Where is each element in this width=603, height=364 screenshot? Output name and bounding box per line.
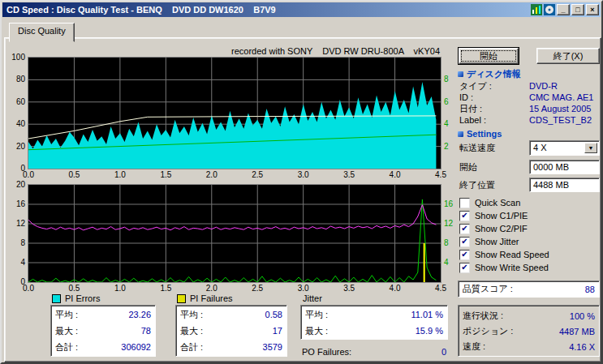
settings-title: Settings bbox=[467, 129, 502, 139]
data-row: 平均 :23.26 bbox=[55, 306, 151, 323]
tick-label: 16 bbox=[444, 200, 453, 208]
tick-label: 2.5 bbox=[248, 171, 266, 179]
end-position-row: 終了位置 4488 MB bbox=[459, 178, 600, 192]
row-label: 合計 : bbox=[55, 341, 78, 353]
row-value: 4487 MB bbox=[559, 327, 595, 336]
data-row: 最大 :78 bbox=[55, 323, 151, 339]
tick-label: 1.0 bbox=[111, 285, 129, 293]
tick-label: 2.0 bbox=[203, 171, 221, 179]
tick-label: 40 bbox=[8, 120, 25, 128]
disc-icon[interactable] bbox=[544, 4, 555, 15]
tick-label: 3.0 bbox=[295, 285, 312, 293]
checkbox-quick-scan[interactable]: Quick Scan bbox=[459, 196, 549, 209]
row-label: 最大 : bbox=[305, 325, 328, 337]
po-failures-value: 0 bbox=[441, 347, 446, 357]
tick-label: 80 bbox=[8, 75, 25, 84]
exit-button[interactable]: 終了(X) bbox=[536, 48, 600, 64]
pi-errors-chart-svg bbox=[28, 58, 441, 169]
pi-failures-color-swatch bbox=[177, 294, 186, 303]
maximize-button[interactable]: □ bbox=[571, 4, 584, 15]
tick-label: 4.5 bbox=[432, 171, 450, 179]
po-failures-row: PO Failures: 0 bbox=[302, 347, 446, 357]
jitter-header: Jitter bbox=[303, 293, 322, 303]
series-pi_failures bbox=[28, 199, 436, 282]
checkbox-show-jitter[interactable]: ✔Show Jitter bbox=[459, 235, 549, 248]
checkbox-label: Show Read Speed bbox=[475, 250, 549, 259]
window-title: CD Speed : Disc Quality Test - BENQ DVD … bbox=[6, 5, 276, 15]
row-value: DVD-R bbox=[529, 81, 558, 91]
checkbox-show-c2-pif[interactable]: ✔Show C2/PIF bbox=[459, 222, 549, 235]
checkbox-show-write-speed[interactable]: ✔Show Write Speed bbox=[459, 261, 549, 274]
checkbox-box[interactable]: ✔ bbox=[459, 211, 470, 221]
data-row: 進行状況 :100 % bbox=[463, 308, 595, 323]
pi-failures-jitter-chart-svg bbox=[28, 185, 441, 282]
checkbox-box[interactable]: ✔ bbox=[459, 250, 470, 260]
tick-label: 8 bbox=[444, 75, 449, 84]
data-row: 平均 :0.58 bbox=[180, 306, 282, 323]
tick-label: 3.0 bbox=[295, 171, 312, 179]
row-label: Label : bbox=[459, 115, 529, 125]
tick-label: 4 bbox=[8, 259, 25, 267]
transfer-speed-label: 転送速度 bbox=[459, 142, 529, 154]
app-window: CD Speed : Disc Quality Test - BENQ DVD … bbox=[0, 0, 603, 364]
tick-label: 2 bbox=[444, 143, 449, 151]
start-button[interactable]: 開始 bbox=[459, 48, 519, 64]
data-row: ID :CMC MAG. AE1 bbox=[459, 92, 600, 103]
checkbox-box[interactable] bbox=[459, 198, 470, 208]
chevron-down-icon[interactable]: ▼ bbox=[584, 143, 597, 153]
tick-label: 6 bbox=[444, 98, 449, 106]
tab-disc-quality[interactable]: Disc Quality bbox=[9, 23, 75, 42]
tick-label: 100 bbox=[8, 54, 25, 62]
graph-icon[interactable] bbox=[531, 4, 542, 15]
pi-errors-title: PI Errors bbox=[65, 293, 100, 303]
row-value: 100 % bbox=[570, 311, 595, 321]
section-bullet-icon bbox=[458, 131, 463, 137]
options-checkbox-list: Quick Scan✔Show C1/PIE✔Show C2/PIF✔Show … bbox=[459, 196, 549, 274]
po-failures-label: PO Failures: bbox=[302, 347, 351, 357]
quality-score-panel: 品質スコア : 88 bbox=[458, 280, 600, 298]
data-row: 平均 :11.01 % bbox=[305, 306, 443, 323]
tick-label: 1.5 bbox=[157, 171, 174, 179]
title-bar[interactable]: CD Speed : Disc Quality Test - BENQ DVD … bbox=[2, 2, 601, 17]
tick-label: 0.5 bbox=[65, 285, 83, 293]
checkbox-box[interactable]: ✔ bbox=[459, 237, 470, 247]
tick-label: 4.5 bbox=[432, 285, 450, 293]
tick-label: 8 bbox=[8, 239, 25, 247]
checkbox-show-c1-pie[interactable]: ✔Show C1/PIE bbox=[459, 209, 549, 222]
transfer-speed-row: 転送速度 4 X ▼ bbox=[459, 140, 600, 156]
row-value: 0.58 bbox=[265, 310, 282, 319]
row-value: 3579 bbox=[263, 342, 282, 352]
quality-score-label: 品質スコア : bbox=[463, 283, 513, 295]
tick-label: 4.0 bbox=[386, 171, 404, 179]
pi-failures-stats-panel: 平均 :0.58最大 :17合計 :3579 bbox=[175, 305, 287, 357]
close-button[interactable]: × bbox=[586, 4, 599, 15]
checkbox-box[interactable]: ✔ bbox=[459, 263, 470, 273]
data-row: 合計 :3579 bbox=[180, 339, 282, 355]
pi-failures-title: PI Failures bbox=[190, 293, 233, 303]
transfer-speed-combo[interactable]: 4 X ▼ bbox=[529, 140, 600, 156]
title-buttons: _ □ × bbox=[531, 4, 601, 15]
data-row: 最大 :17 bbox=[180, 323, 282, 339]
row-value: 4.16 X bbox=[569, 342, 595, 352]
checkbox-box[interactable]: ✔ bbox=[459, 224, 470, 234]
data-row: 合計 :306092 bbox=[55, 339, 151, 355]
tick-label: 2.5 bbox=[248, 285, 266, 293]
start-position-field[interactable]: 0000 MB bbox=[529, 160, 600, 174]
pi-failures-header: PI Failures bbox=[177, 293, 233, 303]
tick-label: 2.0 bbox=[203, 285, 221, 293]
progress-rows: 進行状況 :100 %ポジション :4487 MB速度 :4.16 X bbox=[463, 308, 595, 354]
minimize-button[interactable]: _ bbox=[557, 4, 570, 15]
row-value: CMC MAG. AE1 bbox=[529, 92, 593, 102]
pi-errors-color-swatch bbox=[52, 294, 61, 303]
row-label: 速度 : bbox=[463, 340, 485, 353]
tick-label: 60 bbox=[8, 98, 25, 106]
series-jitter bbox=[28, 205, 436, 230]
jitter-stats-panel: 平均 :11.01 %最大 :15.9 % bbox=[300, 305, 448, 340]
row-value: 17 bbox=[273, 326, 282, 336]
row-label: タイプ : bbox=[459, 80, 529, 92]
row-value: CDS_TEST_B2 bbox=[529, 115, 592, 125]
tick-label: 16 bbox=[8, 200, 25, 208]
checkbox-show-read-speed[interactable]: ✔Show Read Speed bbox=[459, 248, 549, 261]
end-position-field[interactable]: 4488 MB bbox=[529, 178, 600, 192]
row-label: 日付 : bbox=[459, 103, 529, 115]
